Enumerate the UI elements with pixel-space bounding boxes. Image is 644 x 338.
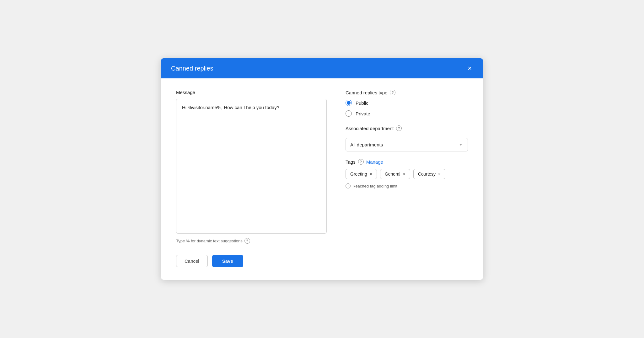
radio-private-text: Private [356,111,370,116]
tags-label: Tags [346,159,356,165]
manage-tags-link[interactable]: Manage [366,159,383,165]
tag-general-remove[interactable]: × [403,172,405,176]
tag-courtesy-label: Courtesy [418,172,436,177]
tags-header: Tags ? Manage [346,159,468,165]
close-button[interactable]: × [466,64,473,73]
tags-container: Greeting × General × Courtesy × [346,169,468,179]
type-section: Canned replies type ? Public Private [346,90,468,117]
tag-limit-message: i Reached tag adding limit [346,183,468,188]
tags-section: Tags ? Manage Greeting × General × Court… [346,159,468,188]
cancel-button[interactable]: Cancel [176,255,208,267]
radio-group: Public Private [346,100,468,117]
radio-private-label[interactable]: Private [346,110,468,117]
right-column: Canned replies type ? Public Private [346,90,468,267]
type-label: Canned replies type ? [346,90,468,95]
radio-private[interactable] [346,110,352,117]
tag-general-label: General [385,172,400,177]
hint-help-icon: ? [244,238,250,244]
dept-section: Associated department ? All departments … [346,125,468,151]
left-column: Message Hi %visitor.name%, How can I hel… [176,90,327,267]
save-button[interactable]: Save [212,255,243,267]
radio-public-text: Public [356,100,368,106]
tags-help-icon: ? [358,159,364,165]
dept-label: Associated department ? [346,125,468,131]
modal-header: Canned replies × [161,58,483,78]
radio-public-label[interactable]: Public [346,100,468,106]
tag-limit-info-icon: i [346,183,351,188]
message-textarea[interactable]: Hi %visitor.name%, How can I help you to… [176,99,327,234]
modal-title: Canned replies [171,65,213,72]
radio-public[interactable] [346,100,352,106]
tag-general: General × [380,169,410,179]
tag-greeting-remove[interactable]: × [370,172,372,176]
tag-greeting: Greeting × [346,169,377,179]
tag-courtesy: Courtesy × [413,169,445,179]
modal-body: Message Hi %visitor.name%, How can I hel… [161,78,483,280]
canned-replies-modal: Canned replies × Message Hi %visitor.nam… [161,58,483,280]
tag-greeting-label: Greeting [350,172,367,177]
type-help-icon: ? [390,90,395,95]
hint-text: Type % for dynamic text suggestions ? [176,238,327,244]
message-label: Message [176,90,327,95]
dept-help-icon: ? [396,125,402,131]
footer-buttons: Cancel Save [176,255,327,267]
tag-courtesy-remove[interactable]: × [438,172,441,176]
dept-select[interactable]: All departments Sales Support Engineerin… [346,138,468,151]
